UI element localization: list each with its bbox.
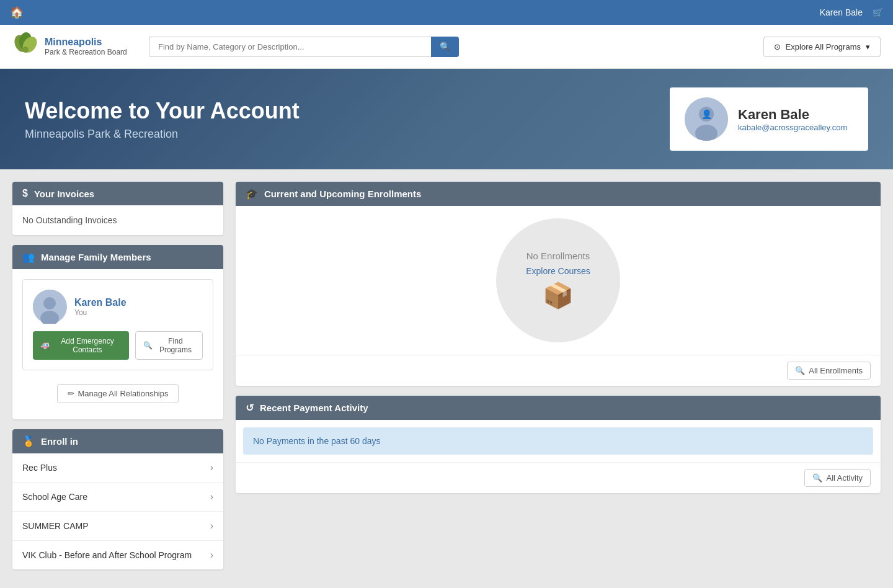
family-header: 👥 Manage Family Members — [12, 245, 223, 269]
explore-programs-button[interactable]: ⊙ Explore All Programs ▾ — [763, 37, 881, 57]
enroll-label-school-age-care: School Age Care — [22, 492, 87, 502]
search-enroll-icon: 🔍 — [795, 366, 805, 375]
empty-box-icon: 📦 — [543, 281, 574, 310]
all-activity-label: All Activity — [826, 473, 863, 483]
pencil-icon: ✏ — [68, 389, 74, 398]
top-nav: 🏠 Karen Bale 🛒 — [0, 0, 893, 25]
search-container: 🔍 — [149, 37, 459, 57]
enroll-item-school-age-care[interactable]: School Age Care › — [12, 483, 223, 512]
enrollments-header: 🎓 Current and Upcoming Enrollments — [236, 182, 881, 206]
ambulance-icon: 🚑 — [40, 341, 50, 350]
enroll-item-vik-club[interactable]: VIK Club - Before and After School Progr… — [12, 541, 223, 569]
logo-sub: Park & Recreation Board — [45, 48, 127, 56]
welcome-banner: Welcome to Your Account Minneapolis Park… — [0, 69, 893, 169]
svg-point-9 — [43, 297, 56, 310]
user-name: Karen Bale — [738, 107, 847, 123]
logo-text: Minneapolis Park & Recreation Board — [45, 36, 127, 57]
member-name: Karen Bale — [74, 297, 127, 308]
all-enrollments-label: All Enrollments — [809, 366, 863, 375]
payments-header: ↺ Recent Payment Activity — [236, 396, 881, 420]
manage-relationships-button[interactable]: ✏ Manage All Relationships — [57, 384, 179, 403]
no-enrollments-circle: No Enrollments Explore Courses 📦 — [496, 218, 620, 342]
invoices-header: $ Your Invoices — [12, 182, 223, 205]
member-info: Karen Bale You — [33, 290, 203, 324]
member-card: Karen Bale You 🚑 Add Emergency Contacts … — [22, 279, 213, 370]
dollar-icon: $ — [22, 188, 28, 199]
trophy-icon: 🏅 — [22, 435, 35, 447]
logo-icon — [12, 31, 38, 62]
logo-main: Minneapolis — [45, 36, 127, 48]
chevron-right-icon-4: › — [210, 550, 213, 561]
enroll-card: 🏅 Enroll in Rec Plus › School Age Care ›… — [12, 429, 223, 569]
payments-card: ↺ Recent Payment Activity No Payments in… — [236, 396, 881, 493]
search-input[interactable] — [149, 37, 431, 57]
invoices-card: $ Your Invoices No Outstanding Invoices — [12, 182, 223, 235]
refresh-icon: ↺ — [246, 402, 254, 414]
explore-courses-link[interactable]: Explore Courses — [526, 266, 590, 276]
member-role: You — [74, 308, 127, 317]
payment-notice: No Payments in the past 60 days — [243, 427, 873, 455]
enroll-header: 🏅 Enroll in — [12, 429, 223, 453]
left-column: $ Your Invoices No Outstanding Invoices … — [12, 182, 223, 569]
all-activity-row: 🔍 All Activity — [236, 462, 881, 493]
chevron-right-icon-2: › — [210, 491, 213, 502]
search-activity-icon: 🔍 — [812, 473, 822, 483]
avatar: 👤 — [685, 97, 728, 141]
enroll-label-rec-plus: Rec Plus — [22, 463, 57, 473]
header-bar: Minneapolis Park & Recreation Board 🔍 ⊙ … — [0, 25, 893, 69]
no-invoices-message: No Outstanding Invoices — [12, 205, 223, 235]
top-nav-right: Karen Bale 🛒 — [820, 7, 883, 17]
enroll-label-summer-camp: SUMMER CAMP — [22, 521, 89, 531]
welcome-heading: Welcome to Your Account — [25, 98, 300, 124]
search-small-icon: 🔍 — [143, 341, 153, 350]
family-card: 👥 Manage Family Members — [12, 245, 223, 419]
enroll-title: Enroll in — [41, 436, 78, 447]
enroll-item-summer-camp[interactable]: SUMMER CAMP › — [12, 512, 223, 541]
no-enrollments-text: No Enrollments — [526, 251, 590, 261]
user-email: kabale@acrossgracealley.com — [738, 123, 847, 132]
enroll-label-vik-club: VIK Club - Before and After School Progr… — [22, 550, 192, 560]
enrollments-title: Current and Upcoming Enrollments — [264, 189, 421, 199]
find-programs-label: Find Programs — [156, 337, 195, 354]
add-emergency-contacts-button[interactable]: 🚑 Add Emergency Contacts — [33, 331, 129, 360]
find-programs-button[interactable]: 🔍 Find Programs — [135, 331, 203, 360]
user-card: 👤 Karen Bale kabale@acrossgracealley.com — [670, 87, 868, 151]
member-details: Karen Bale You — [74, 297, 127, 317]
enroll-list: Rec Plus › School Age Care › SUMMER CAMP… — [12, 453, 223, 569]
family-icon: 👥 — [22, 251, 35, 263]
top-nav-username[interactable]: Karen Bale — [820, 7, 863, 17]
payments-title: Recent Payment Activity — [260, 403, 368, 413]
chevron-down-icon: ▾ — [866, 42, 870, 51]
add-emergency-label: Add Emergency Contacts — [53, 337, 122, 354]
manage-relationships-row: ✏ Manage All Relationships — [22, 378, 213, 409]
enroll-item-rec-plus[interactable]: Rec Plus › — [12, 453, 223, 483]
svg-text:👤: 👤 — [701, 109, 713, 120]
explore-label: Explore All Programs — [786, 42, 861, 51]
manage-relationships-label: Manage All Relationships — [78, 389, 169, 398]
svg-point-3 — [22, 47, 29, 53]
main-content: $ Your Invoices No Outstanding Invoices … — [0, 169, 893, 582]
all-activity-button[interactable]: 🔍 All Activity — [804, 469, 871, 487]
chevron-right-icon-3: › — [210, 520, 213, 532]
right-column: 🎓 Current and Upcoming Enrollments No En… — [236, 182, 881, 493]
enrollments-body: No Enrollments Explore Courses 📦 — [236, 206, 881, 355]
family-title: Manage Family Members — [41, 252, 151, 262]
member-avatar — [33, 290, 67, 324]
welcome-text: Welcome to Your Account Minneapolis Park… — [25, 98, 300, 141]
welcome-subheading: Minneapolis Park & Recreation — [25, 128, 300, 141]
logo-area: Minneapolis Park & Recreation Board — [12, 31, 136, 62]
graduation-icon: 🎓 — [246, 188, 258, 200]
explore-icon: ⊙ — [774, 42, 781, 51]
search-button[interactable]: 🔍 — [431, 37, 459, 57]
chevron-right-icon: › — [210, 462, 213, 473]
cart-icon[interactable]: 🛒 — [873, 7, 883, 17]
family-body: Karen Bale You 🚑 Add Emergency Contacts … — [12, 269, 223, 419]
invoices-title: Your Invoices — [34, 189, 94, 199]
user-info: Karen Bale kabale@acrossgracealley.com — [738, 107, 847, 132]
all-enrollments-button[interactable]: 🔍 All Enrollments — [787, 362, 871, 380]
all-enrollments-row: 🔍 All Enrollments — [236, 355, 881, 386]
home-icon[interactable]: 🏠 — [10, 6, 24, 19]
enrollments-card: 🎓 Current and Upcoming Enrollments No En… — [236, 182, 881, 386]
member-actions: 🚑 Add Emergency Contacts 🔍 Find Programs — [33, 331, 203, 360]
